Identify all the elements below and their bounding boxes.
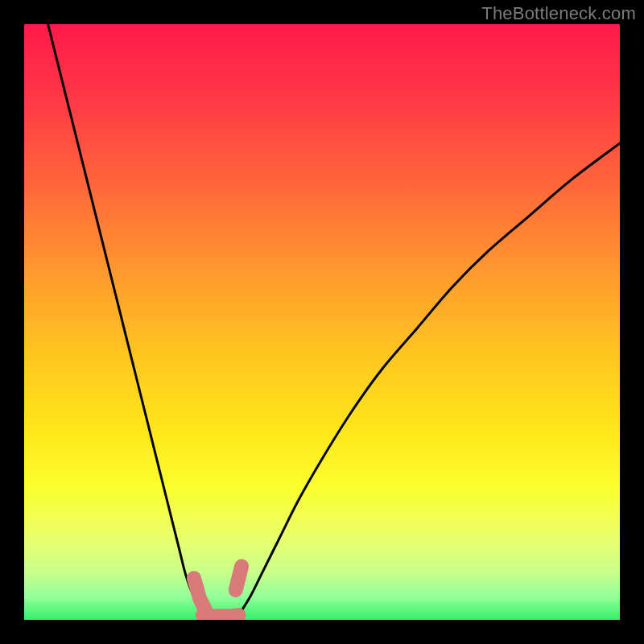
chart-curves-layer	[24, 24, 620, 620]
marker-left-segment	[194, 578, 206, 611]
watermark-text: TheBottleneck.com	[481, 3, 636, 24]
marker-bottom-segment	[203, 615, 238, 616]
marker-right-segment	[236, 566, 242, 590]
curve-right	[238, 143, 620, 615]
chart-frame: TheBottleneck.com	[0, 0, 644, 644]
curve-left	[48, 24, 209, 615]
chart-plot-area	[24, 24, 620, 620]
